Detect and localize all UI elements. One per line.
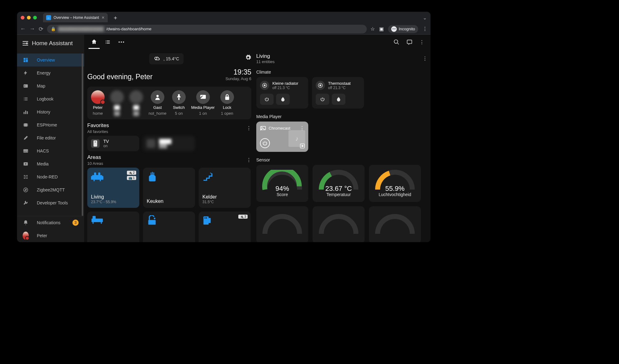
panel-subtitle: 11 entities [256,59,275,64]
heat-button[interactable] [332,94,345,105]
svg-rect-47 [203,216,209,225]
sidebar-item-hacs[interactable]: HACSHACS [17,144,84,157]
back-button[interactable]: ← [20,26,26,32]
area-living[interactable]: 🔌 2📺 1Living23.7°C - 55.9% [87,168,139,208]
browser-tab[interactable]: ⌂ Overview – Home Assistant ✕ [43,13,108,22]
chat-icon[interactable] [405,37,414,47]
area-card[interactable]: 🔌 3 [199,212,251,242]
overview-icon [23,57,29,63]
areas-more-icon[interactable]: ⋮ [246,157,251,163]
sidebar-item-user[interactable]: Peter [17,229,84,242]
browser-menu-icon[interactable]: ⋮ [422,26,427,32]
sensor-luchtvochtigheid[interactable]: 55.9% Luchtvochtigheid [369,165,421,202]
area-badge: 🔌 3 [238,215,248,219]
new-tab-button[interactable]: ＋ [110,14,121,21]
power-button[interactable] [260,138,270,148]
tab-home[interactable] [89,35,100,49]
incognito-icon: 👓 [391,26,397,32]
close-icon[interactable]: ✕ [102,15,105,20]
url-input[interactable]: 🔒 ████████████████ /dwains-dashboard/hom… [47,25,367,33]
sensor-card[interactable] [313,206,365,242]
incognito-badge[interactable]: 👓 Incognito [388,25,418,33]
presence-icon [196,90,210,104]
svg-rect-38 [151,173,152,175]
sensor-card[interactable] [369,206,421,242]
sidebar-item-map[interactable]: Map [17,79,84,92]
svg-rect-2 [26,59,28,62]
presence-lock[interactable]: Lock1 open [220,90,234,116]
sidebar-item-overview[interactable]: Overview [17,54,84,66]
app-title: Home Assistant [32,40,73,47]
sidebar-item-logbook[interactable]: Logbook [17,92,84,105]
svg-rect-3 [24,60,25,62]
sidebar-item-esphome[interactable]: ESPHome [17,118,84,131]
sidebar-item-notifications[interactable]: Notifications 3 [17,216,84,229]
svg-rect-9 [24,123,28,127]
sidebar-item-media[interactable]: Media [17,157,84,170]
sensor-score[interactable]: 94% Score [256,165,308,202]
presence-redacted[interactable]: ████ [129,90,143,116]
svg-point-52 [264,85,266,86]
reload-button[interactable]: ⟳ [39,26,43,32]
favorite-redacted[interactable]: ███████ [143,136,195,151]
presence-peter[interactable]: Peterhome [91,90,105,116]
heat-button[interactable] [276,94,290,105]
svg-point-19 [119,41,120,43]
window-close[interactable] [21,16,24,19]
climate-thermostaat[interactable]: Thermostaatoff 21.3 °C [312,77,364,109]
favorite-tv[interactable]: TV on [87,136,139,151]
sidebar-item-history[interactable]: History [17,105,84,118]
media-chromecast[interactable]: Chromecast ⋮ ♪ [256,122,308,152]
gear-icon[interactable] [245,54,251,61]
presence-icon [172,90,186,104]
sidebar-item-developer-tools[interactable]: Developer Tools [17,196,84,209]
sidebar-item-energy[interactable]: Energy [17,66,84,79]
sidebar-item-file-editor[interactable]: File editor [17,131,84,144]
svg-rect-30 [92,175,102,180]
power-button[interactable] [316,94,329,105]
panel-more-icon[interactable]: ⋮ [422,56,427,62]
tabs-dropdown-icon[interactable]: ⌄ [423,15,427,21]
sensor-temperatuur[interactable]: 23.67 °C Temperatuur [313,165,365,202]
svg-rect-8 [27,111,28,114]
area-card[interactable] [143,212,195,242]
tab-more[interactable] [116,35,127,49]
area-keuken[interactable]: Keuken [143,168,195,208]
bookmark-icon[interactable]: ☆ [370,26,375,32]
climate-kleine-radiator[interactable]: Kleine radiatoroff 21.3 °C [256,77,308,109]
svg-rect-33 [93,180,94,181]
sensor-card[interactable] [256,206,308,242]
panel-icon[interactable]: ▣ [379,26,384,32]
sidebar-item-node-red[interactable]: Node-RED [17,170,84,183]
svg-rect-31 [91,176,93,180]
svg-point-21 [123,41,124,43]
sidebar-toggle-icon[interactable] [23,41,28,45]
favorites-more-icon[interactable]: ⋮ [246,125,251,131]
presence-media-player[interactable]: Media Player1 on [191,90,215,116]
svg-rect-49 [205,217,206,218]
power-button[interactable] [260,94,274,105]
area-badge: 🔌 2 [127,171,136,175]
svg-rect-48 [209,218,211,223]
presence-redacted[interactable]: ████ [110,90,124,116]
svg-rect-42 [93,216,96,219]
overflow-icon[interactable]: ⋮ [418,37,426,47]
area-kelder[interactable]: Kelder31.5°C [199,168,251,208]
cast-icon [260,126,266,131]
presence-switch[interactable]: Switch5 on [172,90,186,116]
window-maximize[interactable] [33,16,37,19]
sidebar-item-zigbee2mqtt[interactable]: Zigbee2MQTT [17,183,84,196]
svg-rect-7 [25,111,26,114]
presence-gast[interactable]: Gastnot_home [149,90,167,116]
window-minimize[interactable] [27,16,31,19]
area-card[interactable] [87,212,139,242]
tab-list[interactable] [102,35,113,49]
logbook-icon [23,96,29,102]
weather-chip[interactable]: , 15.4°C [149,53,184,64]
forward-button[interactable]: → [29,26,35,32]
search-icon[interactable] [392,37,401,47]
play-icon[interactable] [300,143,305,149]
area-icon [202,171,247,182]
area-badge: 📺 1 [127,176,136,180]
areas-subtitle: 10 Areas [87,161,103,166]
